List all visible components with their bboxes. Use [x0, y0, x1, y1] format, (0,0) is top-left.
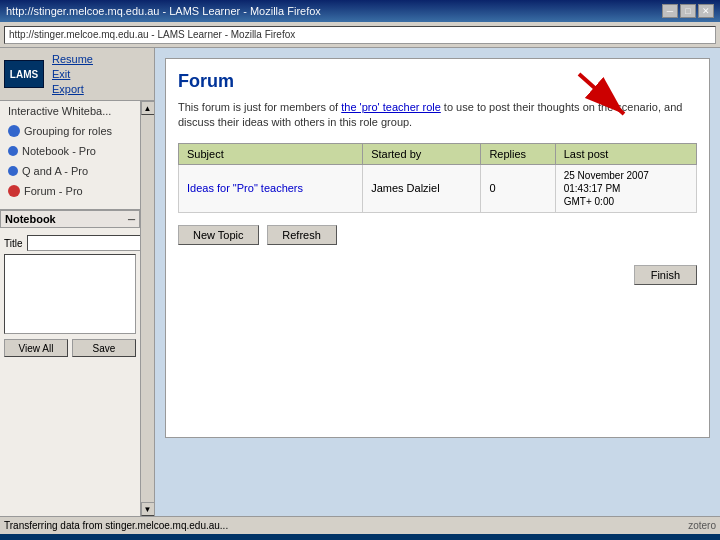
finish-button[interactable]: Finish: [634, 265, 697, 285]
titlebar-left: http://stinger.melcoe.mq.edu.au - LAMS L…: [6, 5, 321, 17]
forum-buttons: New Topic Refresh: [178, 225, 697, 245]
nav-label-notebook: Notebook - Pro: [22, 145, 96, 157]
notebook-buttons: View All Save: [4, 339, 136, 357]
notebook-title-label: Notebook: [5, 213, 56, 225]
notebook-title-text: Title: [4, 238, 23, 249]
notebook-textarea[interactable]: [4, 254, 136, 334]
forum-description: This forum is just for members of the 'p…: [178, 100, 697, 131]
nav-label-qa: Q and A - Pro: [22, 165, 88, 177]
notebook-label-row: Title: [4, 235, 136, 251]
forum-table: Subject Started by Replies Last post Ide…: [178, 143, 697, 213]
sidebar: LAMS Resume Exit Export Interactive Whit…: [0, 48, 155, 516]
sidebar-inner: Interactive Whiteba... Grouping for role…: [0, 101, 154, 516]
nav-label-whiteboard: Interactive Whiteba...: [8, 105, 111, 117]
cell-last-post: 25 November 200701:43:17 PMGMT+ 0:00: [555, 164, 696, 212]
resume-link[interactable]: Resume: [48, 52, 97, 66]
export-link[interactable]: Export: [48, 82, 97, 96]
scroll-down-button[interactable]: ▼: [141, 502, 155, 516]
caption-bar: Interactive Whiteboards – Role play: Stu…: [0, 534, 720, 540]
notebook-title-input[interactable]: [27, 235, 140, 251]
col-started-by: Started by: [363, 143, 481, 164]
save-button[interactable]: Save: [72, 339, 136, 357]
sidebar-item-whiteboard[interactable]: Interactive Whiteba...: [0, 101, 140, 121]
col-replies: Replies: [481, 143, 555, 164]
sidebar-scrollbar: ▲ ▼: [140, 101, 154, 516]
sidebar-menu: Resume Exit Export: [48, 52, 97, 96]
col-last-post: Last post: [555, 143, 696, 164]
url-text: http://stinger.melcoe.mq.edu.au - LAMS L…: [9, 29, 295, 40]
content-area: Forum This forum is just for members of …: [155, 48, 720, 516]
scroll-track: [141, 115, 155, 502]
status-text: Transferring data from stinger.melcoe.mq…: [4, 520, 228, 531]
browser-controls[interactable]: ─ □ ✕: [662, 4, 714, 18]
statusbar: Transferring data from stinger.melcoe.mq…: [0, 516, 720, 534]
col-subject: Subject: [179, 143, 363, 164]
address-bar[interactable]: http://stinger.melcoe.mq.edu.au - LAMS L…: [4, 26, 716, 44]
refresh-button[interactable]: Refresh: [267, 225, 337, 245]
notebook-minimize-icon[interactable]: ─: [128, 214, 135, 225]
zotero-label: zotero: [688, 520, 716, 531]
nav-label-forum: Forum - Pro: [24, 185, 83, 197]
browser-titlebar: http://stinger.melcoe.mq.edu.au - LAMS L…: [0, 0, 720, 22]
role-link[interactable]: the 'pro' teacher role: [341, 101, 441, 113]
table-row: Ideas for "Pro" teachers James Dalziel 0…: [179, 164, 697, 212]
app-container: LAMS Resume Exit Export Interactive Whit…: [0, 48, 720, 516]
sidebar-item-notebook[interactable]: Notebook - Pro: [0, 141, 140, 161]
browser-toolbar: http://stinger.melcoe.mq.edu.au - LAMS L…: [0, 22, 720, 48]
forum-panel: Forum This forum is just for members of …: [165, 58, 710, 438]
close-button[interactable]: ✕: [698, 4, 714, 18]
dot-icon-blue-small: [8, 146, 18, 156]
dot-icon-red: [8, 185, 20, 197]
browser-title: http://stinger.melcoe.mq.edu.au - LAMS L…: [6, 5, 321, 17]
finish-btn-area: Finish: [178, 265, 697, 285]
new-topic-button[interactable]: New Topic: [178, 225, 259, 245]
forum-title: Forum: [178, 71, 697, 92]
sidebar-item-forum[interactable]: Forum - Pro: [0, 181, 140, 201]
sidebar-item-qa[interactable]: Q and A - Pro: [0, 161, 140, 181]
lams-logo: LAMS: [4, 60, 44, 88]
cell-started-by: James Dalziel: [363, 164, 481, 212]
minimize-button[interactable]: ─: [662, 4, 678, 18]
scroll-up-button[interactable]: ▲: [141, 101, 155, 115]
dot-icon-blue: [8, 125, 20, 137]
topic-link[interactable]: Ideas for "Pro" teachers: [187, 182, 303, 194]
cell-subject: Ideas for "Pro" teachers: [179, 164, 363, 212]
maximize-button[interactable]: □: [680, 4, 696, 18]
notebook-section-title: Notebook ─: [0, 210, 140, 228]
exit-link[interactable]: Exit: [48, 67, 97, 81]
sidebar-nav: Interactive Whiteba... Grouping for role…: [0, 101, 140, 516]
nav-label-grouping: Grouping for roles: [24, 125, 112, 137]
sidebar-item-grouping[interactable]: Grouping for roles: [0, 121, 140, 141]
sidebar-top: LAMS Resume Exit Export: [0, 48, 154, 101]
cell-replies: 0: [481, 164, 555, 212]
view-all-button[interactable]: View All: [4, 339, 68, 357]
dot-icon-blue-small-2: [8, 166, 18, 176]
notebook-body: Title View All Save: [0, 231, 140, 361]
